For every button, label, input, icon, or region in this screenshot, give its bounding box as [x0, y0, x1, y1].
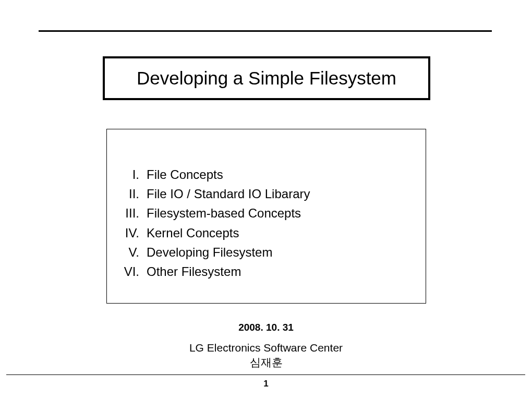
toc-item-label: Developing Filesystem [147, 243, 272, 262]
slide-title: Developing a Simple Filesystem [110, 68, 423, 89]
toc-item-label: Kernel Concepts [147, 223, 239, 243]
toc-item-label: File IO / Standard IO Libarary [147, 184, 310, 203]
toc-item-number: VI. [117, 262, 147, 281]
toc-item: IV. Kernel Concepts [117, 223, 415, 243]
toc-item: V. Developing Filesystem [117, 243, 415, 262]
organization-author: LG Electronics Software Center 심재훈 [0, 341, 532, 370]
toc-item-number: V. [117, 243, 147, 262]
toc-item-label: File Concepts [147, 165, 223, 184]
bottom-horizontal-rule [6, 374, 525, 375]
author: 심재훈 [250, 356, 283, 368]
toc-item-number: I. [117, 165, 147, 184]
organization: LG Electronics Software Center [189, 342, 343, 354]
toc-item: VI. Other Filesystem [117, 262, 415, 281]
toc-item-label: Filesystem-based Concepts [147, 203, 301, 223]
toc-list: I. File Concepts II. File IO / Standard … [117, 165, 415, 281]
toc-item: II. File IO / Standard IO Libarary [117, 184, 415, 203]
page-number: 1 [0, 379, 532, 389]
toc-item-number: II. [117, 184, 147, 203]
toc-item: III. Filesystem-based Concepts [117, 203, 415, 223]
table-of-contents-box: I. File Concepts II. File IO / Standard … [106, 129, 426, 304]
toc-item-number: III. [117, 203, 147, 223]
top-horizontal-rule [39, 30, 492, 32]
toc-item-label: Other Filesystem [147, 262, 241, 281]
toc-item: I. File Concepts [117, 165, 415, 184]
date: 2008. 10. 31 [0, 322, 532, 333]
toc-item-number: IV. [117, 223, 147, 243]
title-box: Developing a Simple Filesystem [103, 56, 430, 100]
